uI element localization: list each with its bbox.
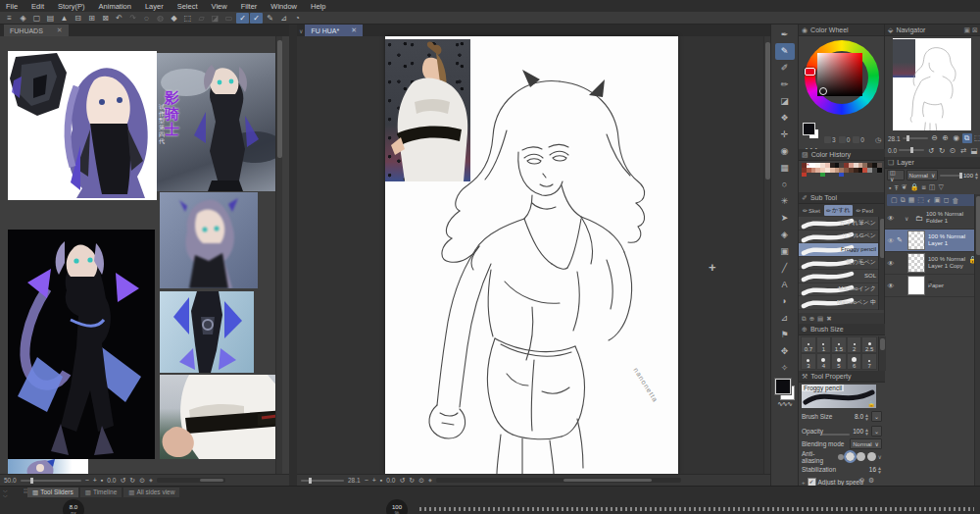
brush-size-option[interactable]: 0.7 xyxy=(801,336,816,353)
foreground-background-swatch[interactable] xyxy=(775,379,795,400)
toolbar-icon[interactable]: ▱ xyxy=(195,13,208,24)
drawing-canvas[interactable]: nanonetta xyxy=(385,36,678,474)
panel-options-icon[interactable]: ▣ ⊠ xyxy=(964,26,978,34)
bottom-tab[interactable]: ▥Tool Sliders xyxy=(27,488,78,497)
layer-command-icon[interactable]: ▢ xyxy=(891,196,898,204)
navigator-zoom-icon[interactable]: ⧉ xyxy=(962,133,972,143)
navigator-rotate-icon[interactable]: ↻ xyxy=(937,146,947,155)
layer-command-icon[interactable]: ◻ xyxy=(944,196,950,204)
color-swatch[interactable] xyxy=(807,163,811,168)
layer-thumbnail[interactable]: ◩ xyxy=(907,231,925,250)
menu-item[interactable]: Window xyxy=(270,2,297,11)
brush-size-option[interactable]: 5 xyxy=(831,353,847,370)
tool-icon[interactable]: ▦ xyxy=(775,160,795,177)
layer-thumbnail[interactable]: ◩ xyxy=(907,276,925,295)
color-swatch[interactable] xyxy=(877,173,882,178)
sub-tool-group-tab[interactable]: ✏Sket xyxy=(801,206,822,215)
toolbar-icon[interactable]: ✓ xyxy=(236,13,249,24)
layer-visibility-icon[interactable]: 👁 xyxy=(885,237,897,244)
reference-image-character-white[interactable] xyxy=(8,51,157,200)
tool-icon[interactable]: ▣ xyxy=(775,243,795,260)
toolbar-icon[interactable]: ▲ xyxy=(58,13,71,24)
navigator-thumbnail[interactable] xyxy=(893,38,971,130)
brush-size-option[interactable]: 2.5 xyxy=(861,336,877,353)
reference-image-legs[interactable] xyxy=(160,291,254,373)
tool-icon[interactable]: ✒ xyxy=(775,26,795,43)
brush-size-option[interactable]: 2 xyxy=(847,336,862,353)
close-icon[interactable]: ✕ xyxy=(57,26,63,34)
toolbar-icon[interactable]: ◌ xyxy=(140,13,153,24)
tool-icon[interactable]: ⊿ xyxy=(775,310,795,327)
zoom-out-icon[interactable]: − xyxy=(85,477,89,484)
layer-row[interactable]: 👁 ✎ ∨ 🗀 ◩ 100 % Normal Folder 1 🔒 xyxy=(885,207,980,230)
brush-size-option[interactable]: 7 xyxy=(861,353,877,370)
layer-tool-icon[interactable]: ◫ xyxy=(929,183,936,191)
rotate-right-icon[interactable]: ↻ xyxy=(129,477,135,485)
layer-row[interactable]: 👁 ✎ ∨ 🗀 ◩ 100 % Normal Layer 1 🔒 xyxy=(885,230,980,252)
tool-icon[interactable]: ✐ xyxy=(775,60,795,77)
stabilization-value[interactable]: 16 xyxy=(869,466,876,473)
tool-icon[interactable]: ╱ xyxy=(775,260,795,277)
layer-command-icon[interactable]: ⬚ xyxy=(917,196,924,204)
sub-tool-group-tab[interactable]: ✏かすれ xyxy=(824,205,852,216)
sub-tool-footer-icon[interactable]: ⧉ xyxy=(802,315,807,323)
menu-item[interactable]: Filter xyxy=(241,2,258,11)
folder-expand-icon[interactable]: ∨ xyxy=(905,215,912,222)
toolbar-icon[interactable]: ✓ xyxy=(250,13,263,24)
document-tab[interactable]: FU HUA* ✕ xyxy=(305,25,363,36)
foreground-color[interactable] xyxy=(775,379,791,394)
toolbar-icon[interactable]: ⊟ xyxy=(72,13,84,24)
menu-item[interactable]: Animation xyxy=(99,2,131,11)
tool-icon[interactable]: ✧ xyxy=(775,360,795,377)
layer-tool-icon[interactable]: 🔒 xyxy=(910,183,919,191)
tool-icon[interactable]: ✥ xyxy=(775,343,795,360)
canvas-h-scrollbar[interactable] xyxy=(436,478,681,483)
brush-item[interactable]: かすれ筆ペン xyxy=(799,217,878,231)
blending-mode-select[interactable]: Normal ∨ xyxy=(850,438,882,449)
tool-icon[interactable]: ⚑ xyxy=(775,327,795,343)
brush-size-option[interactable]: 1 xyxy=(816,336,832,353)
reference-image-karate[interactable] xyxy=(160,375,282,459)
current-color-swatch[interactable] xyxy=(803,123,818,138)
menu-item[interactable]: View xyxy=(212,2,227,11)
zoom-reset-icon[interactable]: ▪ xyxy=(101,477,103,484)
tool-icon[interactable]: ◪ xyxy=(775,93,795,110)
layer-tool-icon[interactable]: ▪ xyxy=(889,184,891,191)
brush-size-scrollbar[interactable] xyxy=(878,336,886,371)
navigator-rotate-icon[interactable]: ⇄ xyxy=(958,146,968,155)
toolbar-icon[interactable]: ⊿ xyxy=(277,13,290,24)
brush-size-value[interactable]: 8.0 xyxy=(855,413,863,420)
aa-strong-option[interactable] xyxy=(867,452,876,461)
tool-icon[interactable]: ◗ xyxy=(775,293,795,310)
layer-visibility-icon[interactable]: 👁 xyxy=(885,215,897,222)
menu-item[interactable]: Help xyxy=(311,2,325,11)
reset-icon[interactable]: ⊙ xyxy=(139,477,145,485)
brush-size-option[interactable]: 3 xyxy=(801,353,816,370)
toolbar-icon[interactable]: ◍ xyxy=(154,13,167,24)
navigator-zoom-icon[interactable]: ⬚ xyxy=(973,133,980,143)
menu-item[interactable]: Story(P) xyxy=(58,2,85,11)
chevron-down-icon[interactable]: ∨ xyxy=(878,453,882,460)
layer-tool-icon[interactable]: ❦ xyxy=(902,183,907,191)
sub-tool-group-tab[interactable]: ✏Pexl xyxy=(855,206,876,215)
menu-item[interactable]: Edit xyxy=(31,2,44,11)
opacity-value[interactable]: 100 xyxy=(853,428,863,435)
toolbar-icon[interactable]: ⊞ xyxy=(85,13,98,24)
tool-icon[interactable]: ✎ xyxy=(775,43,795,60)
layer-command-icon[interactable]: ▦ xyxy=(908,196,915,204)
brush-item[interactable]: Froggy pencil xyxy=(799,243,878,257)
navigator-zoom-icon[interactable]: ◉ xyxy=(952,133,961,143)
layer-opacity-slider[interactable] xyxy=(940,175,961,177)
toolbar-icon[interactable]: ◈ xyxy=(17,13,29,24)
brush-size-option[interactable]: 6 xyxy=(847,353,862,370)
tool-icon[interactable]: ✏ xyxy=(775,77,795,93)
tool-icon[interactable]: ➤ xyxy=(775,210,795,227)
layer-list-scrollbar[interactable] xyxy=(974,194,980,486)
layer-command-icon[interactable]: ◐ xyxy=(927,197,931,204)
toolbar-icon[interactable]: ✎ xyxy=(264,13,276,24)
layer-tool-icon[interactable]: ⧈ xyxy=(921,183,925,191)
brush-item[interactable]: Mameoペン 中 xyxy=(799,296,878,310)
layer-visibility-icon[interactable]: 👁 xyxy=(885,260,897,267)
bottom-tab[interactable]: ▥Timeline xyxy=(80,488,122,497)
toolbar-icon[interactable]: ⬚ xyxy=(181,13,194,24)
